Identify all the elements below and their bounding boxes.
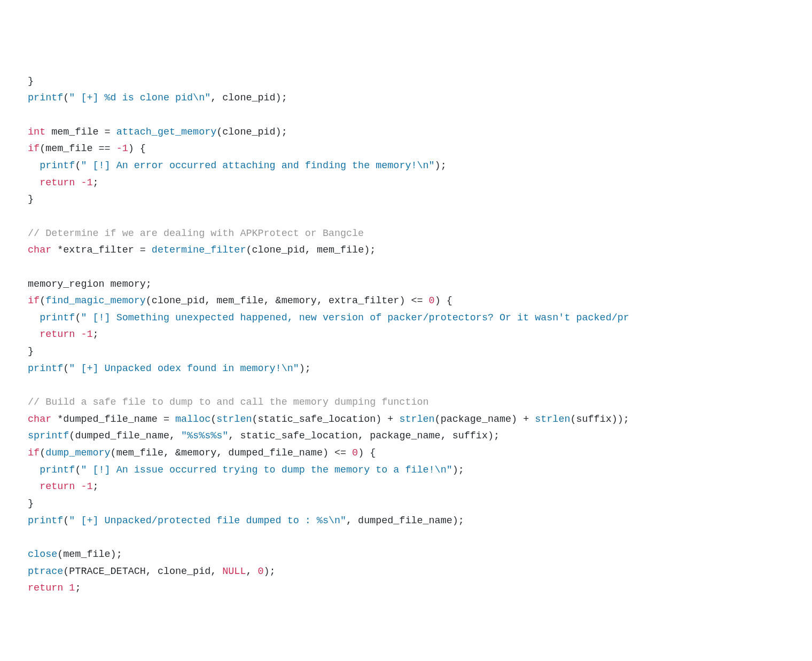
keyword-if: if: [28, 447, 40, 459]
string-literal: " [!] An issue occurred trying to dump t…: [81, 465, 452, 476]
fn-malloc: malloc: [175, 414, 210, 425]
code-block: } printf(" [+] %d is clone pid\n", clone…: [16, 73, 812, 597]
string-literal: "%s%s%s": [181, 430, 228, 442]
fn-printf: printf: [40, 160, 75, 171]
keyword-return: return: [28, 583, 63, 594]
fn-printf: printf: [28, 363, 63, 374]
fn-find-magic-memory: find_magic_memory: [45, 295, 146, 306]
keyword-if: if: [28, 295, 40, 306]
fn-sprintf: sprintf: [28, 430, 69, 442]
fn-dump-memory: dump_memory: [45, 447, 110, 459]
comment: // Determine if we are dealing with APKP…: [28, 228, 364, 239]
fn-printf: printf: [28, 515, 63, 526]
string-literal: " [!] An error occurred attaching and fi…: [81, 160, 434, 171]
fn-strlen: strlen: [216, 414, 252, 425]
keyword-int: int: [28, 127, 45, 138]
string-literal: " [+] Unpacked/protected file dumped to …: [69, 515, 346, 526]
keyword-char: char: [28, 245, 51, 256]
code-line: memory_region memory;: [16, 279, 152, 290]
fn-attach-get-memory: attach_get_memory: [116, 127, 217, 138]
keyword-char: char: [28, 414, 51, 425]
code-line: }: [16, 76, 34, 87]
fn-printf: printf: [40, 312, 75, 324]
fn-strlen: strlen: [535, 414, 570, 425]
fn-printf: printf: [40, 465, 75, 476]
string-literal: " [+] Unpacked odex found in memory!\n": [69, 363, 299, 374]
keyword-return: return: [40, 481, 75, 492]
string-literal: " [!] Something unexpected happened, new…: [81, 312, 629, 324]
string-literal: " [+] %d is clone pid\n": [69, 92, 210, 104]
fn-close: close: [28, 549, 57, 560]
keyword-return: return: [40, 329, 75, 340]
fn-determine-filter: determine_filter: [152, 245, 246, 256]
keyword-return: return: [40, 177, 75, 188]
keyword-if: if: [28, 143, 40, 154]
fn-ptrace: ptrace: [28, 566, 63, 577]
fn-printf: printf: [28, 92, 63, 104]
fn-strlen: strlen: [399, 414, 434, 425]
comment: // Build a safe file to dump to and call…: [28, 397, 428, 408]
